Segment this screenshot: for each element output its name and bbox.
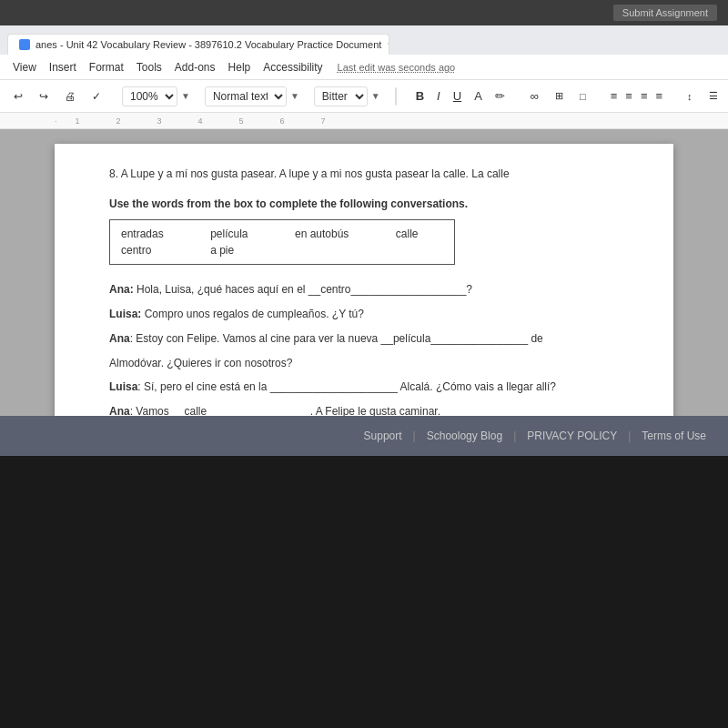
ana2-colon: : Estoy con Felipe. Vamos al cine para v… <box>130 332 393 345</box>
ruler: · 1 2 3 4 5 6 7 <box>0 113 728 129</box>
table-button[interactable]: □ <box>573 87 592 106</box>
font-size-minus[interactable]: − <box>396 88 397 105</box>
conv-ana2: Ana: Estoy con Felipe. Vamos al cine par… <box>109 329 619 349</box>
align-group: ≡ ≡ ≡ ≡ <box>607 87 666 105</box>
font-arrow: ▼ <box>371 91 380 101</box>
style-arrow: ▼ <box>290 91 299 101</box>
toolbar-redo[interactable]: ↪ <box>33 86 55 106</box>
footer-privacy[interactable]: PRIVACY POLICY <box>527 430 617 442</box>
bottom-dark-area <box>0 456 728 728</box>
footer-sep1: | <box>413 430 416 442</box>
ruler-mark-2: 2 <box>116 116 121 126</box>
ana2-after: ________________ de <box>430 332 542 345</box>
ruler-mark-3: 3 <box>157 116 162 126</box>
zoom-select[interactable]: 100% <box>122 86 177 106</box>
ana3-blank: calle <box>184 405 207 416</box>
word-pelicula: película <box>210 228 273 240</box>
footer-sep3: | <box>628 430 631 442</box>
speaker-luisa2: Luisa <box>109 380 137 393</box>
menu-accessibility[interactable]: Accessibility <box>258 58 328 76</box>
speaker-ana3: Ana <box>109 405 130 416</box>
menu-bar: View Insert Format Tools Add-ons Help Ac… <box>0 55 728 80</box>
last-edit-label: Last edit was seconds ago <box>338 62 456 73</box>
highlight-button[interactable]: ✏ <box>490 87 510 105</box>
footer: Support | Schoology Blog | PRIVACY POLIC… <box>0 416 728 456</box>
tab-bar: anes - Unit 42 Vocabulary Review - 38976… <box>0 25 728 55</box>
tab-favicon <box>19 39 30 50</box>
conv-ana2b: Almodóvar. ¿Quieres ir con nosotros? <box>109 353 619 374</box>
footer-sep2: | <box>513 430 516 442</box>
speaker-luisa1: Luisa: <box>109 308 141 320</box>
toolbar-print[interactable]: 🖨 <box>58 86 82 106</box>
tab-star[interactable]: ☆ <box>387 38 389 51</box>
ruler-mark-1: 1 <box>76 116 80 126</box>
image-button[interactable]: ⊞ <box>549 86 570 106</box>
menu-help[interactable]: Help <box>223 58 257 76</box>
ruler-mark-4: 4 <box>198 116 203 126</box>
speaker-ana1: Ana: <box>109 283 134 296</box>
menu-view[interactable]: View <box>7 58 42 76</box>
word-en-autobus: en autobús <box>295 228 374 240</box>
font-color-button[interactable]: A <box>470 87 487 105</box>
footer-blog[interactable]: Schoology Blog <box>427 430 502 442</box>
conv-luisa1: Luisa: Compro unos regalos de cumpleaños… <box>109 304 619 325</box>
font-size-control: − 11 + <box>395 87 397 106</box>
submit-button[interactable]: Submit Assignment <box>613 5 717 21</box>
speaker-ana2: Ana <box>109 332 130 345</box>
tab-title: anes - Unit 42 Vocabulary Review - 38976… <box>35 39 381 50</box>
word-calle: calle <box>396 228 443 240</box>
bold-button[interactable]: B <box>411 87 429 105</box>
align-center[interactable]: ≡ <box>622 87 636 105</box>
document-area: 8. A Lupe y a mí nos gusta pasear. A lup… <box>0 129 728 416</box>
underline-button[interactable]: U <box>449 87 466 105</box>
align-justify[interactable]: ≡ <box>652 87 667 105</box>
luisa2-text: : Sí, pero el cine está en la __________… <box>137 380 556 393</box>
align-right[interactable]: ≡ <box>637 87 652 105</box>
menu-format[interactable]: Format <box>84 58 129 76</box>
ana1-after: ___________________? <box>351 283 472 296</box>
ana1-blank: centro <box>320 283 350 296</box>
word-a-pie: a pie <box>210 244 273 257</box>
active-tab[interactable]: anes - Unit 42 Vocabulary Review - 38976… <box>7 34 389 55</box>
ruler-mark-5: 5 <box>239 116 244 126</box>
link-button[interactable]: ∞ <box>524 86 545 106</box>
word-entradas: entradas <box>121 228 188 240</box>
toolbar-undo[interactable]: ↩ <box>7 86 29 106</box>
word-empty1 <box>295 244 374 257</box>
ana2-blank: película <box>393 332 430 345</box>
style-select[interactable]: Normal text <box>205 86 287 106</box>
align-left[interactable]: ≡ <box>607 87 622 105</box>
ruler-mark-7: 7 <box>321 116 326 126</box>
ruler-mark-6: 6 <box>280 116 285 126</box>
zoom-arrow: ▼ <box>181 91 190 101</box>
luisa1-text: Compro unos regalos de cumpleaños. ¿Y tú… <box>145 308 364 320</box>
conv-luisa2: Luisa: Sí, pero el cine está en la _____… <box>109 377 619 398</box>
ana1-text: Hola, Luisa, ¿qué haces aquí en el __ <box>136 283 320 296</box>
word-centro: centro <box>121 244 188 257</box>
conversation-block: Ana: Hola, Luisa, ¿qué haces aquí en el … <box>109 279 619 416</box>
italic-button[interactable]: I <box>432 87 445 105</box>
conv-ana3: Ana: Vamos __calle_________________. A F… <box>109 401 619 416</box>
toolbar: ↩ ↪ 🖨 ✓ 100% ▼ Normal text ▼ Bitter ▼ − … <box>0 80 728 113</box>
toolbar-spellcheck[interactable]: ✓ <box>86 86 107 106</box>
font-select[interactable]: Bitter <box>314 86 368 106</box>
sentence-8: 8. A Lupe y a mí nos gusta pasear. A lup… <box>109 166 619 183</box>
document-page: 8. A Lupe y a mí nos gusta pasear. A lup… <box>55 144 673 416</box>
list-button[interactable]: ☰ <box>703 86 724 106</box>
instructions-text: Use the words from the box to complete t… <box>109 197 619 210</box>
menu-tools[interactable]: Tools <box>131 58 167 76</box>
conv-ana1: Ana: Hola, Luisa, ¿qué haces aquí en el … <box>109 279 619 300</box>
word-empty2 <box>396 244 443 257</box>
ana2b-text: Almodóvar. ¿Quieres ir con nosotros? <box>109 357 292 369</box>
footer-support[interactable]: Support <box>364 430 402 442</box>
ruler-mark-0: · <box>55 116 57 126</box>
ana3-after: _________________. A Felipe le gusta cam… <box>207 405 440 416</box>
ana3-text: : Vamos __ <box>130 405 185 416</box>
menu-insert[interactable]: Insert <box>44 58 82 76</box>
line-spacing-button[interactable]: ↕ <box>681 87 699 106</box>
footer-terms[interactable]: Terms of Use <box>642 430 706 442</box>
menu-addons[interactable]: Add-ons <box>169 58 221 76</box>
word-box: entradas película en autobús calle centr… <box>109 219 455 265</box>
